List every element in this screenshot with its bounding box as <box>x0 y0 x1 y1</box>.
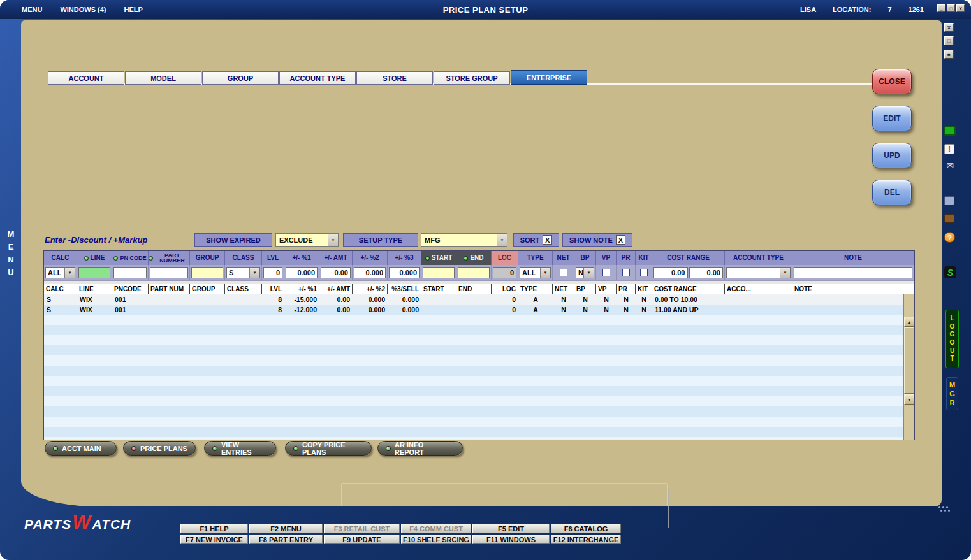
pct2-filter-input[interactable]: 0.000 <box>354 267 386 278</box>
fkey-f5-edit[interactable]: F5 EDIT <box>472 524 550 533</box>
h1-cost-range[interactable]: COST RANGE <box>652 251 725 265</box>
pct1-filter-input[interactable]: 0.000 <box>286 267 318 278</box>
h1-bp[interactable]: BP <box>574 251 596 265</box>
h1-pct2[interactable]: +/- %2 <box>353 251 388 265</box>
monitor-icon[interactable] <box>944 126 956 136</box>
fkey-f10-shelf-srcing[interactable]: F10 SHELF SRCING <box>401 535 471 544</box>
net-checkbox[interactable] <box>560 269 567 276</box>
part-number-filter-input[interactable] <box>150 267 188 278</box>
chevron-down-icon[interactable]: ▼ <box>328 234 338 246</box>
close-button[interactable]: CLOSE <box>872 69 912 94</box>
chevron-down-icon[interactable]: ▼ <box>64 268 75 278</box>
help-button[interactable]: HELP <box>124 6 143 13</box>
acct-main-button[interactable]: ACCT MAIN <box>45 441 117 456</box>
chevron-down-icon[interactable]: ▼ <box>540 268 550 278</box>
alert-icon[interactable]: ! <box>944 144 954 154</box>
start-filter-input[interactable] <box>423 267 455 278</box>
maximize-icon[interactable]: □ <box>947 4 955 12</box>
note-filter-input[interactable] <box>794 267 912 278</box>
windows-button[interactable]: WINDOWS (4) <box>60 6 106 13</box>
mgr-button[interactable]: M G R <box>946 377 958 410</box>
bp-filter-select[interactable]: N▼ <box>576 267 594 278</box>
h1-note[interactable]: NOTE <box>792 251 914 265</box>
copy-price-plans-button[interactable]: COPY PRICE PLANS <box>285 441 372 456</box>
upd-button[interactable]: UPD <box>872 143 912 168</box>
table-row[interactable]: S WIX 001 8 -15.000 0.00 0.000 0.000 0 A… <box>44 294 903 305</box>
tab-group[interactable]: GROUP <box>202 71 279 85</box>
menu-button[interactable]: MENU <box>22 6 42 13</box>
tab-store[interactable]: STORE <box>356 71 433 85</box>
ar-info-report-button[interactable]: AR INFO REPORT <box>377 441 463 456</box>
panel-window-icon[interactable]: ■ <box>944 50 954 59</box>
chevron-down-icon[interactable]: ▼ <box>497 234 507 246</box>
del-button[interactable]: DEL <box>872 180 912 205</box>
line-filter-input[interactable] <box>78 267 110 278</box>
h1-class[interactable]: CLASS <box>225 251 262 265</box>
scroll-down-icon[interactable]: ▼ <box>904 394 914 405</box>
h1-group[interactable]: GROUP <box>190 251 225 265</box>
h1-type[interactable]: TYPE <box>518 251 553 265</box>
h1-account-type[interactable]: ACCOUNT TYPE <box>725 251 792 265</box>
chevron-down-icon[interactable]: ▼ <box>780 268 790 278</box>
minimize-icon[interactable]: _ <box>937 4 945 12</box>
fkey-f7-new-invoice[interactable]: F7 NEW INVOICE <box>180 535 248 544</box>
tab-model[interactable]: MODEL <box>125 71 201 85</box>
menu-rail[interactable]: M E N U <box>3 229 18 277</box>
scrollbar-thumb[interactable] <box>904 327 914 394</box>
end-filter-input[interactable] <box>458 267 490 278</box>
edit-button[interactable]: EDIT <box>872 106 912 131</box>
kit-checkbox[interactable] <box>640 269 648 276</box>
close-icon[interactable]: X <box>956 4 965 12</box>
h1-loc[interactable]: LOC <box>492 251 518 265</box>
tab-account[interactable]: ACCOUNT <box>48 71 124 85</box>
fkey-f8-part-entry[interactable]: F8 PART ENTRY <box>249 535 323 544</box>
group-filter-input[interactable] <box>191 267 223 278</box>
account-type-filter-select[interactable]: ▼ <box>726 267 791 278</box>
h1-lvl[interactable]: LVL <box>262 251 284 265</box>
h1-start[interactable]: START <box>421 251 456 265</box>
mail-icon[interactable]: ✉ <box>944 161 956 171</box>
show-note-checkbox[interactable]: X <box>616 235 625 245</box>
price-plans-button[interactable]: PRICE PLANS <box>123 441 196 456</box>
s-logo-icon[interactable]: S <box>944 266 956 278</box>
scroll-up-icon[interactable]: ▲ <box>904 317 914 327</box>
table-row[interactable]: S WIX 001 8 -12.000 0.00 0.000 0.000 0 A… <box>44 305 903 315</box>
h1-pr[interactable]: PR <box>617 251 636 265</box>
logout-button[interactable]: L O G O U T <box>945 310 959 368</box>
fkey-f6-catalog[interactable]: F6 CATALOG <box>551 524 621 533</box>
panel-close-icon[interactable]: X <box>944 23 954 32</box>
h1-net[interactable]: NET <box>553 251 574 265</box>
sort-checkbox[interactable]: X <box>543 235 552 245</box>
panel-restore-icon[interactable]: □ <box>944 36 954 45</box>
vertical-scrollbar[interactable]: ▲ ▼ <box>903 294 914 440</box>
h1-amt[interactable]: +/- AMT <box>319 251 353 265</box>
h1-end[interactable]: END <box>456 251 492 265</box>
fkey-f2-menu[interactable]: F2 MENU <box>249 524 323 533</box>
pncode-filter-input[interactable] <box>113 267 147 278</box>
calc-filter-select[interactable]: ALL▼ <box>45 267 75 278</box>
h1-part-number[interactable]: PART NUMBER <box>149 251 190 265</box>
chevron-down-icon[interactable]: ▼ <box>249 268 259 278</box>
chevron-down-icon[interactable]: ▼ <box>583 268 594 278</box>
fkey-f12-interchange[interactable]: F12 INTERCHANGE <box>551 535 621 544</box>
cost-from-input[interactable]: 0.00 <box>653 267 688 278</box>
h1-pct1[interactable]: +/- %1 <box>284 251 319 265</box>
tab-account-type[interactable]: ACCOUNT TYPE <box>279 71 356 85</box>
amt-filter-input[interactable]: 0.00 <box>321 267 351 278</box>
h1-vp[interactable]: VP <box>596 251 617 265</box>
h1-calc[interactable]: CALC <box>44 251 77 265</box>
resize-grip[interactable] <box>938 506 940 508</box>
h1-pct3[interactable]: +/- %3 <box>388 251 421 265</box>
show-expired-select[interactable]: EXCLUDE ▼ <box>275 233 339 247</box>
fkey-f1-help[interactable]: F1 HELP <box>180 524 248 533</box>
cost-to-input[interactable]: 0.00 <box>689 267 724 278</box>
view-entries-button[interactable]: VIEW ENTRIES <box>204 441 276 456</box>
computer-icon[interactable] <box>944 196 954 205</box>
h1-line[interactable]: LINE <box>77 251 112 265</box>
class-filter-select[interactable]: S▼ <box>226 267 260 278</box>
question-icon[interactable]: ? <box>944 232 955 243</box>
h1-kit[interactable]: KIT <box>636 251 652 265</box>
pct3-filter-input[interactable]: 0.000 <box>389 267 420 278</box>
pr-checkbox[interactable] <box>622 269 630 276</box>
fkey-f11-windows[interactable]: F11 WINDOWS <box>472 535 550 544</box>
